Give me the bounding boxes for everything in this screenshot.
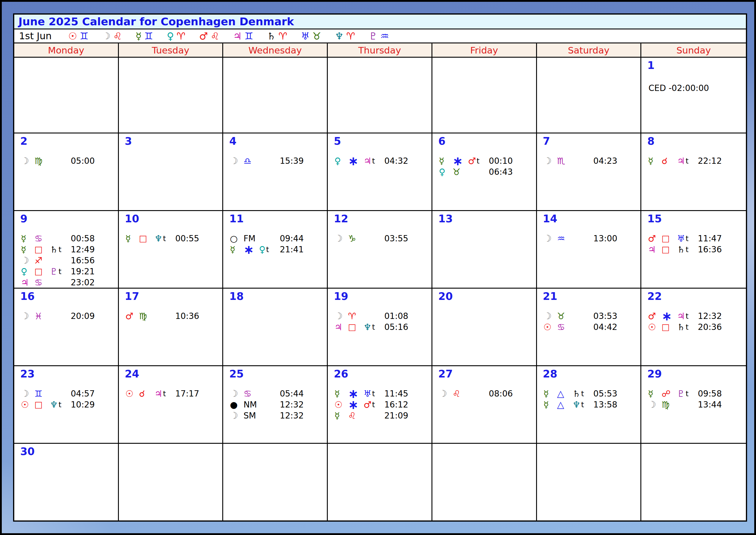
day-cell-27: 27☽♌08:06 — [433, 366, 537, 444]
event-row: ☿△♄t05:53 — [544, 388, 639, 399]
event-body-slot: ☽ — [439, 389, 453, 398]
event-time: 08:06 — [485, 389, 513, 399]
event-row: ☽♌08:06 — [439, 388, 535, 399]
ephemeris-pair-mars: ♂♌ — [199, 31, 219, 41]
sagittarius-glyph: ♐ — [35, 255, 42, 266]
event-target-slot: ♇t — [677, 389, 694, 398]
event-body-slot: ♃ — [334, 323, 348, 332]
date-number: 2 — [20, 135, 27, 147]
sextile-glyph: ∗ — [348, 154, 358, 168]
gemini-glyph: ♊ — [244, 31, 254, 41]
event-body-slot: ♃ — [648, 245, 661, 254]
day-cell-empty — [223, 58, 328, 133]
event-body-slot: ☽ — [334, 234, 348, 243]
event-row: ♀∗♃t04:32 — [334, 155, 430, 166]
event-list: ♂∗♃t12:32☉□♄t20:36 — [648, 311, 745, 333]
event-body-slot: ☽ — [544, 234, 557, 243]
neptune-glyph: ♆ — [363, 323, 372, 332]
event-body-slot: ♂ — [648, 312, 661, 321]
day-cell-15: 15♂□♅t11:47♃□♄t16:36 — [641, 211, 746, 289]
opposition-glyph: ☍ — [661, 388, 670, 399]
date-number: 28 — [543, 368, 557, 380]
day-cell-19: 19☽♈01:08♃□♆t05:16 — [328, 289, 433, 366]
event-list: ☉☌♃t17:17 — [126, 388, 221, 399]
transit-mark: t — [686, 156, 688, 165]
date-number: 27 — [438, 368, 453, 380]
trine-glyph: △ — [557, 399, 564, 410]
mercury-glyph: ☿ — [439, 156, 444, 166]
day-header-monday: Monday — [14, 43, 119, 57]
event-row: ♂∗♃t12:32 — [648, 311, 745, 322]
event-target-slot: ♃t — [154, 389, 172, 398]
event-row: ☉□♄t20:36 — [648, 322, 745, 333]
mars-glyph: ♂ — [648, 233, 656, 244]
pluto-glyph: ♇ — [677, 389, 685, 398]
transit-mark: t — [59, 245, 62, 254]
event-target-slot: ♂t — [363, 400, 381, 409]
day-cell-empty — [537, 58, 642, 133]
gemini-glyph: ♊ — [144, 31, 153, 41]
event-list: ☽♑03:55 — [334, 233, 430, 244]
sun-glyph: ☉ — [544, 322, 551, 332]
transit-mark: t — [686, 389, 688, 398]
event-time: 15:39 — [276, 156, 304, 166]
aquarius-glyph: ♒ — [380, 31, 389, 41]
aries-glyph: ♈ — [348, 311, 356, 321]
capricorn-glyph: ♑ — [348, 233, 356, 244]
sun-glyph: ☉ — [648, 322, 656, 332]
moon-glyph: ☽ — [102, 32, 111, 41]
moon-glyph: ☽ — [544, 155, 552, 166]
event-body-slot: ♂ — [126, 312, 139, 321]
neptune-glyph: ♆ — [335, 31, 344, 41]
mars-glyph: ♂ — [363, 400, 372, 409]
event-body-slot: ☽ — [648, 400, 661, 409]
leo-glyph: ♌ — [113, 31, 122, 41]
date-number: 7 — [543, 135, 550, 147]
event-target-slot: ♄t — [677, 323, 694, 332]
event-list: ☿♋00:58☿□♄t12:49☽♐16:56♀□♇t19:21♃♋23:02 — [21, 233, 117, 288]
day-cell-empty — [119, 444, 223, 521]
mercury-glyph: ☿ — [544, 388, 549, 399]
event-time: 11:45 — [381, 389, 408, 399]
event-time: 12:49 — [67, 245, 95, 254]
moon-glyph: ☽ — [230, 388, 238, 399]
square-glyph: □ — [661, 244, 669, 254]
event-body-slot: ☉ — [544, 323, 557, 332]
jupiter-glyph: ♃ — [648, 244, 656, 255]
event-time: 12:32 — [694, 311, 722, 321]
event-row: ☿☌♃t22:12 — [648, 155, 745, 166]
event-body-slot: ○ — [230, 234, 243, 243]
moon-glyph: ☽ — [648, 399, 656, 410]
day-cell-16: 16☽♓20:09 — [14, 289, 119, 366]
event-time: 06:43 — [485, 167, 513, 177]
event-row: ☽♋05:44 — [230, 388, 326, 399]
transit-mark: t — [686, 312, 688, 321]
day-cell-empty — [328, 444, 433, 521]
event-row: ♃□♆t05:16 — [334, 322, 430, 333]
mars-glyph: ♂ — [648, 311, 656, 321]
event-body-slot: ☽ — [230, 156, 243, 166]
pluto-glyph: ♇ — [369, 31, 378, 41]
sun-glyph: ☉ — [21, 400, 29, 410]
event-row: ☽♒13:00 — [544, 233, 639, 244]
event-row: ☿□♆t00:55 — [126, 233, 221, 244]
date-number: 10 — [125, 213, 139, 225]
event-aspect-slot: ♐ — [35, 256, 50, 265]
event-body-slot: ☿ — [230, 245, 243, 254]
date-number: 11 — [229, 213, 244, 225]
event-list: ☿☍♇t09:58☽♍13:44 — [648, 388, 745, 410]
event-list: ○FM09:44☿∗♀t21:41 — [230, 233, 326, 255]
venus-glyph: ♀ — [21, 266, 27, 277]
sextile-glyph: ∗ — [453, 154, 463, 168]
event-aspect-slot: □ — [35, 400, 50, 409]
date-number: 12 — [334, 213, 348, 225]
event-row: ☽♐16:56 — [21, 255, 117, 266]
mercury-glyph: ☿ — [126, 233, 131, 244]
event-list: ☿△♄t05:53☿△♆t13:58 — [544, 388, 639, 410]
trine-glyph: △ — [557, 388, 564, 399]
date-number: 15 — [647, 213, 662, 225]
event-target-slot: ♂t — [468, 156, 485, 166]
event-time: 20:09 — [67, 311, 95, 321]
weekday-header-row: MondayTuesdayWednesdayThursdayFridaySatu… — [14, 43, 746, 58]
event-row: ♀□♇t19:21 — [21, 266, 117, 277]
